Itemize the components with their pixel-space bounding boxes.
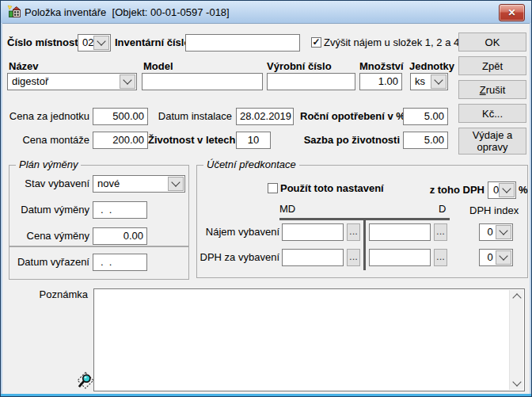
chevron-down-icon	[97, 36, 105, 45]
note-textarea[interactable]	[93, 288, 525, 391]
window-border-right	[530, 23, 531, 396]
dialog-title: Položka inventáře [Objekt: 00-01-0597 -0…	[25, 6, 230, 18]
title-bar[interactable]: Položka inventáře [Objekt: 00-01-0597 -0…	[1, 1, 531, 24]
rent-dph-index-select[interactable]: 0	[479, 223, 513, 241]
quantity-input[interactable]: 1.00	[359, 73, 402, 90]
replacement-date-input[interactable]: . .	[93, 201, 147, 219]
back-button[interactable]: Zpět	[458, 56, 526, 75]
units-select[interactable]: ks	[410, 73, 448, 90]
chevron-up-icon	[512, 293, 521, 302]
discard-date-label: Datum vyřazení	[12, 254, 89, 271]
expenses-repairs-button[interactable]: Výdaje a opravy	[458, 128, 526, 155]
rent-equipment-label: Nájem vybavení	[199, 223, 279, 241]
discard-date-input[interactable]: . .	[93, 254, 147, 271]
room-number-label: Číslo místnosti	[7, 34, 81, 52]
raise-rent-label[interactable]: Zvýšit nájem u složek 1, 2 a 4	[324, 34, 459, 52]
use-settings-checkbox[interactable]: ✓	[268, 183, 278, 193]
cancel-button[interactable]: Zrušit	[458, 80, 526, 99]
replacement-date-label: Datum výměny	[15, 201, 89, 219]
model-input[interactable]	[142, 73, 263, 90]
d-column-header: D	[439, 200, 446, 218]
vat-md-browse-button[interactable]: ...	[347, 249, 360, 266]
percent-suffix: %	[519, 181, 528, 199]
note-scrollbar[interactable]	[509, 290, 523, 390]
vat-equipment-label: DPH za vybavení	[199, 249, 279, 266]
annual-wear-input[interactable]: 5.00	[403, 108, 448, 125]
vat-included-select[interactable]: 0	[488, 181, 516, 199]
chevron-down-icon	[499, 251, 507, 260]
install-date-label: Datum instalace	[148, 108, 232, 125]
md-column-header: MD	[279, 200, 295, 218]
rate-after-life-label: Sazba po životnosti	[300, 132, 400, 149]
raise-rent-checkbox[interactable]: ✓	[311, 37, 321, 48]
vat-md-input[interactable]	[282, 249, 344, 266]
vat-d-browse-button[interactable]: ...	[434, 249, 447, 266]
replacement-plan-title: Plán výměny	[16, 158, 81, 170]
close-icon: ✕	[507, 8, 515, 17]
equipment-state-select[interactable]: nové	[93, 175, 185, 193]
chevron-down-icon	[499, 226, 507, 235]
currency-button[interactable]: Kč...	[458, 104, 526, 123]
name-select[interactable]: digestoř	[7, 73, 137, 90]
vat-dph-index-select[interactable]: 0	[479, 249, 513, 266]
t-account-vertical-line	[363, 218, 366, 270]
chevron-down-icon	[502, 184, 511, 193]
lifetime-label: Životnost v letech	[148, 132, 232, 149]
scroll-up-button[interactable]	[510, 290, 523, 303]
lifetime-input[interactable]: 10	[236, 132, 271, 149]
unit-price-input[interactable]: 500.00	[93, 108, 148, 125]
vat-included-label: z toho DPH	[412, 181, 484, 199]
use-settings-label[interactable]: Použít toto nastavení	[280, 180, 384, 197]
inventory-number-input[interactable]	[185, 34, 300, 52]
chevron-down-icon	[171, 178, 180, 186]
install-date-input[interactable]: 28.02.2019	[236, 108, 294, 125]
rate-after-life-input[interactable]: 5.00	[403, 132, 448, 149]
rent-d-browse-button[interactable]: ...	[434, 223, 447, 241]
app-house-icon	[7, 5, 21, 19]
rent-md-input[interactable]	[282, 223, 344, 241]
dph-index-header: DPH index	[469, 202, 519, 219]
rent-d-input[interactable]	[369, 223, 431, 241]
equipment-state-label: Stav vybavení	[15, 175, 89, 193]
inventory-item-dialog: Položka inventáře [Objekt: 00-01-0597 -0…	[0, 0, 532, 397]
assembly-price-label: Cena montáže	[7, 132, 89, 149]
window-border-left	[1, 23, 2, 396]
close-button[interactable]: ✕	[499, 4, 525, 21]
ok-button[interactable]: OK	[458, 32, 526, 52]
inventory-number-label: Inventární číslo	[115, 34, 190, 52]
unit-price-label: Cena za jednotku	[7, 108, 89, 125]
replacement-price-input[interactable]: 0.00	[93, 227, 147, 245]
vat-d-input[interactable]	[369, 249, 431, 266]
annual-wear-label: Roční opotřebení v %	[300, 108, 400, 125]
accounting-title: Účetní předkontace	[203, 158, 299, 170]
assembly-price-input[interactable]: 200.00	[93, 132, 148, 149]
checkmark-icon: ✓	[312, 37, 320, 47]
serial-input[interactable]	[267, 73, 355, 90]
rent-md-browse-button[interactable]: ...	[347, 223, 360, 241]
chevron-down-icon	[434, 75, 443, 84]
replacement-price-label: Cena výměny	[15, 227, 89, 245]
scroll-down-button[interactable]	[510, 377, 523, 390]
chevron-down-icon	[512, 377, 521, 386]
magnifier-tool-icon[interactable]	[75, 370, 96, 391]
chevron-down-icon	[123, 75, 131, 84]
window-border-bottom	[1, 394, 531, 396]
note-label: Poznámka	[25, 286, 88, 303]
room-number-select[interactable]: 02	[78, 34, 111, 52]
